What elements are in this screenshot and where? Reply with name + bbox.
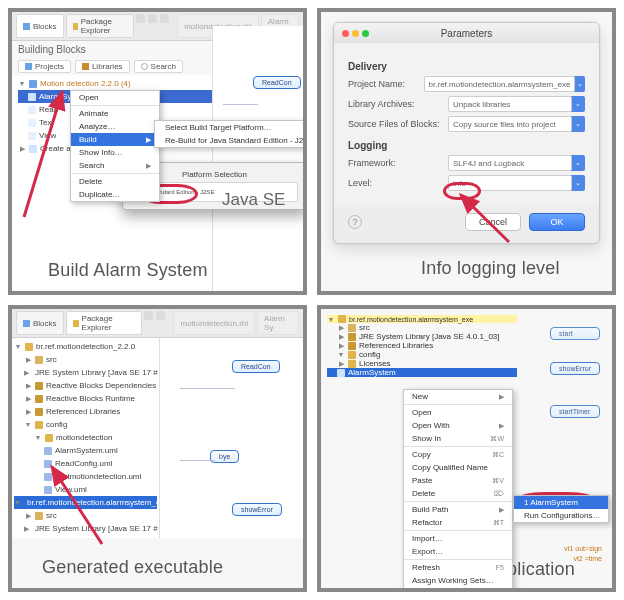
diagram-node-readcon[interactable]: ReadCon [232,360,280,373]
lbl-source-files: Source Files of Blocks: [348,119,448,129]
file-alarmsystem-uml[interactable]: AlarmSystem.uml [14,444,157,457]
dropdown-icon[interactable]: ⌄ [571,155,585,171]
toolbar-icons [136,14,169,38]
tree-exe-project[interactable]: ▼br.ref.motiondetection.alarmsystem_exe [327,315,517,323]
tree-runtime[interactable]: ▶Reactive Blocks Runtime [14,392,157,405]
help-button[interactable]: ? [348,215,362,229]
tree-reflib[interactable]: ▶Referenced Libraries [14,405,157,418]
ctx-duplicate[interactable]: Duplicate… [71,188,159,201]
tab-package-explorer[interactable]: Package Explorer [66,311,143,335]
ctx-refresh[interactable]: RefreshF5 [404,561,512,574]
ctx-import[interactable]: Import… [404,532,512,545]
input-project-name[interactable]: br.ref.motiondetection.alarmsystem_exe [424,76,576,92]
tab-blocks[interactable]: Blocks [16,14,64,38]
ctx-search[interactable]: Search▶ [71,159,159,172]
tree-exe-reflib[interactable]: ▶Referenced Libraries [14,535,157,538]
ctx-paste[interactable]: Paste⌘V [404,474,512,487]
cancel-button[interactable]: Cancel [465,213,521,231]
ctx-assign-ws[interactable]: Assign Working Sets… [404,574,512,587]
ctx-export[interactable]: Export… [404,545,512,558]
ctx-build-path[interactable]: Build Path▶ [404,503,512,516]
tab-bar: Blocks Package Explorer motiondetection.… [12,309,303,338]
ctx-build[interactable]: Build▶ [71,133,159,146]
input-framework[interactable]: SLF4J and Logback [448,155,572,171]
ctx-open-with[interactable]: Open With▶ [404,419,512,432]
diagram-node-showerror[interactable]: showError [550,362,600,375]
tree-exe-jre[interactable]: ▶JRE System Library [Java SE 17 # 4.1_03… [14,522,157,535]
ctx-copy[interactable]: Copy⌘C [404,448,512,461]
tree-config[interactable]: ▼config [14,418,157,431]
package-tree: ▼br.ref.motiondetection.alarmsystem_exe … [327,315,517,377]
tree-jre[interactable]: ▶JRE System Library [Java SE 17 # 4.1_03… [14,366,157,379]
diagram-node-starttimer[interactable]: startTimer [550,405,600,418]
tree-deps[interactable]: ▶Reactive Blocks Dependencies [14,379,157,392]
dropdown-icon[interactable]: ⌄ [574,76,585,92]
dropdown-icon[interactable]: ⌄ [571,96,585,112]
file-view-uml[interactable]: View.uml [14,483,157,496]
tree-project[interactable]: ▼br.ref.motiondetection_2.2.0 [14,340,157,353]
filter-search[interactable]: Search [134,60,183,73]
diagram-node-readcon[interactable]: ReadCon [253,76,301,89]
tree-licenses[interactable]: ▶Licenses [327,359,517,368]
tree-exe-src[interactable]: ▶src [14,509,157,522]
tree-exe-project[interactable]: ▼br.ref.motiondetection.alarmsystem_exe [14,496,157,509]
tab-blocks[interactable]: Blocks [16,311,64,335]
panel-run-application: ▼br.ref.motiondetection.alarmsystem_exe … [317,305,616,592]
context-submenu-build: Select Build Target Platform… Re-Build f… [154,120,304,148]
tab-editor[interactable]: motiondetection.rbl [173,311,255,335]
input-source-files[interactable]: Copy source files into project [448,116,572,132]
toolbar-icons [144,311,165,335]
caption: Build Alarm System [48,260,208,281]
diagram-node-bye[interactable]: bye [210,450,239,463]
ctx-select-platform[interactable]: Select Build Target Platform… [155,121,303,134]
tab-package-explorer[interactable]: Package Explorer [66,14,135,38]
parameters-titlebar: Parameters [334,23,599,43]
ctx-rebuild-j2se[interactable]: Re-Build for Java Standard Edition - J2S… [155,134,303,147]
diagram-canvas: start showError startTimer [550,327,600,418]
diagram-canvas[interactable]: ReadCon [212,26,303,291]
tree-config[interactable]: ▼config [327,350,517,359]
ctx-refactor[interactable]: Refactor⌘T [404,516,512,529]
panel-build-alarm: Blocks Package Explorer motiondetection.… [8,8,307,295]
context-submenu-runas: 1 AlarmSystem Run Configurations… [513,495,609,523]
tree-jre[interactable]: ▶JRE System Library [Java SE 4.0.1_03] [327,332,517,341]
dropdown-icon[interactable]: ⌄ [571,175,585,191]
ctx-new[interactable]: New▶ [404,390,512,403]
ok-button[interactable]: OK [529,213,585,231]
lbl-library-archives: Library Archives: [348,99,448,109]
section-logging: Logging [348,140,585,151]
run-alarmsystem[interactable]: 1 AlarmSystem [514,496,608,509]
file-textmotion-uml[interactable]: Textmotiondetection.uml [14,470,157,483]
input-library-archives[interactable]: Unpack libraries [448,96,572,112]
ctx-delete[interactable]: Delete [71,175,159,188]
section-delivery: Delivery [348,61,585,72]
tree-src[interactable]: ▶src [327,323,517,332]
context-menu: New▶ Open Open With▶ Show In⌘W Copy⌘C Co… [403,389,513,592]
tree-reflib[interactable]: ▶Referenced Libraries [327,341,517,350]
ctx-open[interactable]: Open [71,91,159,104]
panel-generated-exe: Blocks Package Explorer motiondetection.… [8,305,307,592]
ctx-open[interactable]: Open [404,406,512,419]
ctx-analyze[interactable]: Analyze… [71,120,159,133]
run-configurations[interactable]: Run Configurations… [514,509,608,522]
filter-libraries[interactable]: Libraries [75,60,130,73]
tab-alarm[interactable]: Alarm Sy [257,311,299,335]
ctx-show-in[interactable]: Show In⌘W [404,432,512,445]
diagram-node-start[interactable]: start [550,327,600,340]
window-controls[interactable] [342,30,369,37]
ctx-copy-qualified[interactable]: Copy Qualified Name [404,461,512,474]
ctx-delete[interactable]: Delete⌦ [404,487,512,500]
ctx-animate[interactable]: Animate [71,107,159,120]
panel-parameters: Parameters Delivery Project Name: br.ref… [317,8,616,295]
tree-src[interactable]: ▶src [14,353,157,366]
diagram-node-showerror[interactable]: showError [232,503,282,516]
ctx-show-info[interactable]: Show Info… [71,146,159,159]
ctx-debug-as[interactable]: Debug As▶ [404,590,512,592]
tree-pkg[interactable]: ▼motiondetection [14,431,157,444]
file-readconfig-uml[interactable]: ReadConfig.uml [14,457,157,470]
filter-projects[interactable]: Projects [18,60,71,73]
diagram-canvas[interactable]: ReadCon bye showError [160,338,303,538]
tree-launch-item[interactable]: AlarmSystem [327,368,517,377]
annotation-label-javase: Java SE [222,190,285,210]
dropdown-icon[interactable]: ⌄ [571,116,585,132]
